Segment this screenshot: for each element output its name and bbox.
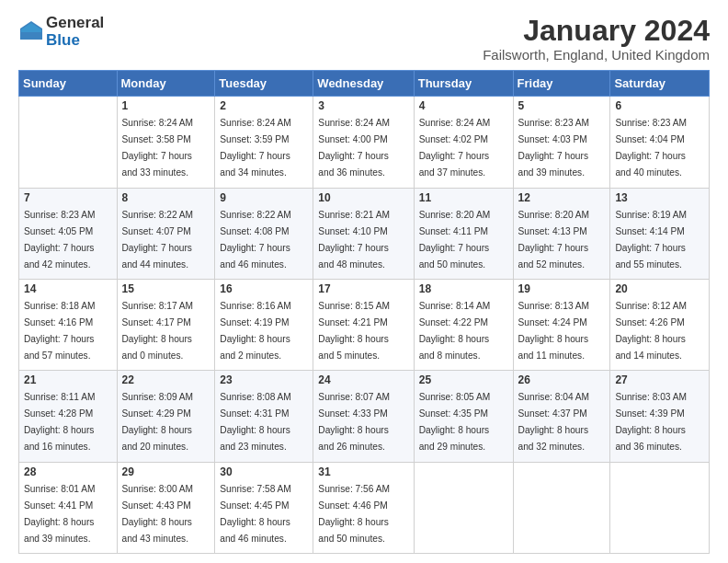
- day-info: Sunrise: 8:00 AMSunset: 4:43 PMDaylight:…: [122, 484, 194, 544]
- day-cell: 19Sunrise: 8:13 AMSunset: 4:24 PMDayligh…: [513, 279, 610, 370]
- day-cell: 21Sunrise: 8:11 AMSunset: 4:28 PMDayligh…: [19, 371, 118, 462]
- col-saturday: Saturday: [610, 71, 710, 97]
- day-cell: 18Sunrise: 8:14 AMSunset: 4:22 PMDayligh…: [414, 279, 513, 370]
- col-monday: Monday: [117, 71, 215, 97]
- day-info: Sunrise: 8:17 AMSunset: 4:17 PMDaylight:…: [122, 301, 194, 361]
- day-info: Sunrise: 8:09 AMSunset: 4:29 PMDaylight:…: [122, 392, 194, 452]
- day-number: 20: [615, 282, 704, 295]
- logo-icon: [18, 19, 44, 45]
- header-row: Sunday Monday Tuesday Wednesday Thursday…: [19, 71, 710, 97]
- day-number: 29: [122, 465, 210, 478]
- day-info: Sunrise: 7:56 AMSunset: 4:46 PMDaylight:…: [318, 484, 390, 544]
- day-number: 14: [24, 282, 112, 295]
- day-info: Sunrise: 8:16 AMSunset: 4:19 PMDaylight:…: [220, 301, 291, 361]
- day-cell: 13Sunrise: 8:19 AMSunset: 4:14 PMDayligh…: [610, 188, 710, 279]
- day-cell: 14Sunrise: 8:18 AMSunset: 4:16 PMDayligh…: [19, 279, 118, 370]
- day-number: 5: [518, 99, 606, 112]
- day-number: 13: [615, 191, 704, 204]
- day-cell: 31Sunrise: 7:56 AMSunset: 4:46 PMDayligh…: [313, 462, 414, 553]
- day-cell: 3Sunrise: 8:24 AMSunset: 4:00 PMDaylight…: [313, 97, 414, 188]
- day-cell: 28Sunrise: 8:01 AMSunset: 4:41 PMDayligh…: [19, 462, 118, 553]
- day-info: Sunrise: 8:14 AMSunset: 4:22 PMDaylight:…: [419, 301, 491, 361]
- day-cell: 8Sunrise: 8:22 AMSunset: 4:07 PMDaylight…: [117, 188, 215, 279]
- day-cell: 4Sunrise: 8:24 AMSunset: 4:02 PMDaylight…: [414, 97, 513, 188]
- day-number: 10: [318, 191, 408, 204]
- day-number: 27: [615, 373, 704, 386]
- week-row-4: 21Sunrise: 8:11 AMSunset: 4:28 PMDayligh…: [19, 371, 710, 462]
- day-number: 22: [122, 373, 210, 386]
- day-number: 3: [318, 99, 408, 112]
- day-cell: [610, 462, 710, 553]
- day-number: 2: [220, 99, 308, 112]
- day-info: Sunrise: 8:01 AMSunset: 4:41 PMDaylight:…: [24, 484, 96, 544]
- day-info: Sunrise: 8:04 AMSunset: 4:37 PMDaylight:…: [518, 392, 590, 452]
- day-info: Sunrise: 8:19 AMSunset: 4:14 PMDaylight:…: [615, 210, 687, 270]
- col-wednesday: Wednesday: [313, 71, 414, 97]
- week-row-1: 1Sunrise: 8:24 AMSunset: 3:58 PMDaylight…: [19, 97, 710, 188]
- day-cell: 27Sunrise: 8:03 AMSunset: 4:39 PMDayligh…: [610, 371, 710, 462]
- day-info: Sunrise: 8:22 AMSunset: 4:08 PMDaylight:…: [220, 210, 291, 270]
- day-cell: 30Sunrise: 7:58 AMSunset: 4:45 PMDayligh…: [215, 462, 313, 553]
- logo-general: General: [46, 15, 104, 32]
- col-thursday: Thursday: [414, 71, 513, 97]
- header: General Blue January 2024 Failsworth, En…: [18, 15, 710, 63]
- day-cell: 25Sunrise: 8:05 AMSunset: 4:35 PMDayligh…: [414, 371, 513, 462]
- day-number: 26: [518, 373, 606, 386]
- calendar-table: Sunday Monday Tuesday Wednesday Thursday…: [18, 70, 710, 554]
- day-cell: 15Sunrise: 8:17 AMSunset: 4:17 PMDayligh…: [117, 279, 215, 370]
- day-cell: 1Sunrise: 8:24 AMSunset: 3:58 PMDaylight…: [117, 97, 215, 188]
- day-number: 30: [220, 465, 308, 478]
- logo-blue: Blue: [46, 32, 104, 50]
- day-number: 9: [220, 191, 308, 204]
- day-cell: 9Sunrise: 8:22 AMSunset: 4:08 PMDaylight…: [215, 188, 313, 279]
- day-info: Sunrise: 8:08 AMSunset: 4:31 PMDaylight:…: [220, 392, 291, 452]
- week-row-5: 28Sunrise: 8:01 AMSunset: 4:41 PMDayligh…: [19, 462, 710, 553]
- day-info: Sunrise: 8:20 AMSunset: 4:13 PMDaylight:…: [518, 210, 590, 270]
- day-info: Sunrise: 8:24 AMSunset: 4:00 PMDaylight:…: [318, 118, 390, 178]
- day-number: 25: [419, 373, 508, 386]
- day-cell: 2Sunrise: 8:24 AMSunset: 3:59 PMDaylight…: [215, 97, 313, 188]
- day-info: Sunrise: 8:18 AMSunset: 4:16 PMDaylight:…: [24, 301, 96, 361]
- page: General Blue January 2024 Failsworth, En…: [0, 0, 728, 563]
- logo-text: General Blue: [46, 15, 104, 49]
- day-cell: [19, 97, 118, 188]
- day-cell: 22Sunrise: 8:09 AMSunset: 4:29 PMDayligh…: [117, 371, 215, 462]
- svg-marker-1: [21, 23, 41, 32]
- day-number: 31: [318, 465, 408, 478]
- day-number: 19: [518, 282, 606, 295]
- day-info: Sunrise: 8:13 AMSunset: 4:24 PMDaylight:…: [518, 301, 590, 361]
- day-cell: 5Sunrise: 8:23 AMSunset: 4:03 PMDaylight…: [513, 97, 610, 188]
- day-info: Sunrise: 8:23 AMSunset: 4:03 PMDaylight:…: [518, 118, 590, 178]
- day-cell: 7Sunrise: 8:23 AMSunset: 4:05 PMDaylight…: [19, 188, 118, 279]
- day-cell: 6Sunrise: 8:23 AMSunset: 4:04 PMDaylight…: [610, 97, 710, 188]
- day-info: Sunrise: 8:20 AMSunset: 4:11 PMDaylight:…: [419, 210, 491, 270]
- day-number: 1: [122, 99, 210, 112]
- location: Failsworth, England, United Kingdom: [483, 47, 710, 63]
- day-info: Sunrise: 8:24 AMSunset: 3:59 PMDaylight:…: [220, 118, 291, 178]
- day-cell: 10Sunrise: 8:21 AMSunset: 4:10 PMDayligh…: [313, 188, 414, 279]
- day-number: 28: [24, 465, 112, 478]
- day-cell: [513, 462, 610, 553]
- week-row-2: 7Sunrise: 8:23 AMSunset: 4:05 PMDaylight…: [19, 188, 710, 279]
- day-info: Sunrise: 7:58 AMSunset: 4:45 PMDaylight:…: [220, 484, 291, 544]
- day-number: 17: [318, 282, 408, 295]
- day-info: Sunrise: 8:05 AMSunset: 4:35 PMDaylight:…: [419, 392, 491, 452]
- day-number: 15: [122, 282, 210, 295]
- day-cell: 29Sunrise: 8:00 AMSunset: 4:43 PMDayligh…: [117, 462, 215, 553]
- day-number: 16: [220, 282, 308, 295]
- day-info: Sunrise: 8:15 AMSunset: 4:21 PMDaylight:…: [318, 301, 390, 361]
- logo: General Blue: [18, 15, 104, 49]
- day-number: 12: [518, 191, 606, 204]
- day-cell: 12Sunrise: 8:20 AMSunset: 4:13 PMDayligh…: [513, 188, 610, 279]
- day-number: 24: [318, 373, 408, 386]
- col-tuesday: Tuesday: [215, 71, 313, 97]
- day-number: 23: [220, 373, 308, 386]
- day-cell: 24Sunrise: 8:07 AMSunset: 4:33 PMDayligh…: [313, 371, 414, 462]
- col-friday: Friday: [513, 71, 610, 97]
- title-block: January 2024 Failsworth, England, United…: [483, 15, 710, 63]
- day-info: Sunrise: 8:07 AMSunset: 4:33 PMDaylight:…: [318, 392, 390, 452]
- day-number: 7: [24, 191, 112, 204]
- day-cell: 23Sunrise: 8:08 AMSunset: 4:31 PMDayligh…: [215, 371, 313, 462]
- day-cell: 20Sunrise: 8:12 AMSunset: 4:26 PMDayligh…: [610, 279, 710, 370]
- month-title: January 2024: [483, 15, 710, 47]
